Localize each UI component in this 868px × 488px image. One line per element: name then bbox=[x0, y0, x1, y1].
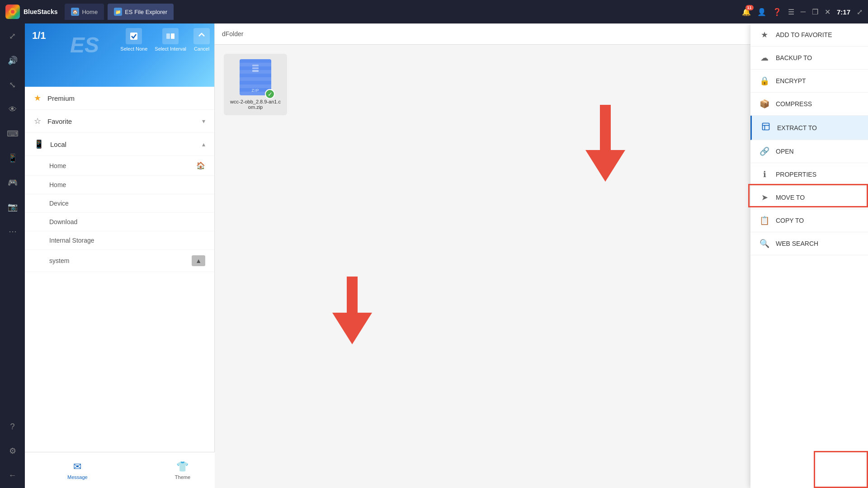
ctx-compress[interactable]: 📦 COMPRESS bbox=[750, 93, 868, 116]
es-logo: ES bbox=[70, 33, 99, 57]
svg-rect-4 bbox=[166, 33, 170, 39]
notification-bell[interactable]: 🔔 11 bbox=[742, 8, 751, 16]
gear-icon[interactable]: ⚙ bbox=[5, 443, 21, 459]
svg-rect-3 bbox=[130, 33, 137, 40]
phone-icon[interactable]: 📱 bbox=[5, 150, 21, 166]
expand-icon[interactable]: ⤢ bbox=[5, 28, 21, 44]
sidebar-item-premium[interactable]: ★ Premium bbox=[25, 87, 214, 110]
expand-icon[interactable]: ⤢ bbox=[857, 8, 863, 16]
ctx-compress-label: COMPRESS bbox=[776, 100, 812, 108]
ctx-move-icon: ➤ bbox=[760, 192, 769, 202]
ctx-open[interactable]: 🔗 OPEN bbox=[750, 140, 868, 163]
select-none-label: Select None bbox=[120, 46, 147, 52]
sidebar-subitem-system[interactable]: system ▲ bbox=[25, 250, 214, 272]
ctx-copy-to[interactable]: 📋 COPY TO bbox=[750, 209, 868, 232]
scroll-up-button[interactable]: ▲ bbox=[192, 255, 205, 266]
ctx-extract-icon bbox=[761, 122, 771, 133]
cancel-label: Cancel bbox=[194, 46, 209, 52]
check-badge: ✓ bbox=[265, 89, 275, 99]
ctx-backup[interactable]: ☁ BACKUP TO bbox=[750, 47, 868, 70]
top-bar-right: 🔔 11 👤 ❓ ☰ ─ ❐ ✕ 7:17 ⤢ bbox=[742, 8, 863, 16]
svg-rect-10 bbox=[763, 123, 769, 130]
context-menu: ★ ADD TO FAVORITE ☁ BACKUP TO 🔒 ENCRYPT … bbox=[750, 23, 868, 488]
sidebar-item-favorite[interactable]: ☆ Favorite ▾ bbox=[25, 110, 214, 133]
tab-home[interactable]: 🏠 Home bbox=[65, 4, 104, 20]
sidebar-item-local[interactable]: 📱 Local ▴ bbox=[25, 133, 214, 156]
zip-file-icon: ZIP ✓ bbox=[240, 59, 271, 95]
selection-count: 1/1 bbox=[32, 30, 46, 42]
minimize-button[interactable]: ─ bbox=[801, 8, 806, 16]
tab-es-file-explorer[interactable]: 📁 ES File Explorer bbox=[108, 4, 174, 20]
ctx-open-icon: 🔗 bbox=[760, 146, 769, 156]
ctx-copy-label: COPY TO bbox=[776, 217, 804, 224]
ctx-backup-icon: ☁ bbox=[760, 53, 769, 63]
zip-label-text: ZIP bbox=[251, 88, 259, 93]
home1-label: Home bbox=[49, 162, 66, 169]
sidebar-subitem-device[interactable]: Device bbox=[25, 194, 214, 213]
app-window: ES 1/1 Select None bbox=[25, 23, 868, 488]
ctx-add-favorite-label: ADD TO FAVORITE bbox=[776, 31, 832, 38]
svg-rect-5 bbox=[171, 33, 175, 39]
current-path: dFolder bbox=[222, 30, 243, 38]
sidebar-subitem-home1[interactable]: Home 🏠 bbox=[25, 156, 214, 176]
system-label: system bbox=[49, 257, 69, 264]
ctx-move-to[interactable]: ➤ MOVE TO bbox=[750, 186, 868, 209]
message-label: Message bbox=[67, 474, 88, 480]
sidebar-subitem-download[interactable]: Download bbox=[25, 213, 214, 231]
resize-icon[interactable]: ⤡ bbox=[5, 77, 21, 93]
restore-button[interactable]: ❐ bbox=[812, 8, 818, 16]
download-label: Download bbox=[49, 218, 77, 225]
favorite-arrow: ▾ bbox=[202, 117, 205, 125]
ctx-extract-to[interactable]: EXTRACT TO bbox=[750, 116, 868, 140]
header-actions: Select None Select Interval bbox=[120, 28, 210, 52]
menu-icon[interactable]: ☰ bbox=[788, 8, 794, 16]
svg-rect-9 bbox=[252, 70, 259, 72]
ctx-encrypt-label: ENCRYPT bbox=[776, 77, 806, 84]
ctx-web-search[interactable]: 🔍 WEB SEARCH bbox=[750, 232, 868, 255]
volume-icon[interactable]: 🔊 bbox=[5, 52, 21, 69]
ctx-add-favorite[interactable]: ★ ADD TO FAVORITE bbox=[750, 23, 868, 47]
svg-rect-7 bbox=[252, 65, 259, 66]
cancel-button[interactable]: Cancel bbox=[193, 28, 210, 52]
select-interval-button[interactable]: Select Interval bbox=[155, 28, 186, 52]
back-icon[interactable]: ← bbox=[5, 467, 21, 483]
theme-label: Theme bbox=[175, 474, 190, 480]
ctx-move-label: MOVE TO bbox=[776, 194, 805, 201]
device-label: Device bbox=[49, 200, 69, 207]
cancel-icon bbox=[193, 28, 210, 44]
keyboard-icon[interactable]: ⌨ bbox=[5, 126, 21, 142]
eye-icon[interactable]: 👁 bbox=[5, 101, 21, 117]
favorite-icon: ☆ bbox=[34, 116, 41, 126]
file-item-zip[interactable]: ZIP ✓ wcc-2-obb_2.8.9-an1.com.zip bbox=[224, 54, 287, 115]
gamepad-icon[interactable]: 🎮 bbox=[5, 174, 21, 191]
sidebar-subitem-internal-storage[interactable]: Internal Storage bbox=[25, 231, 214, 250]
svg-point-2 bbox=[11, 10, 14, 14]
help-icon[interactable]: ❓ bbox=[773, 8, 782, 16]
es-header: ES 1/1 Select None bbox=[25, 23, 214, 87]
local-icon: 📱 bbox=[34, 139, 44, 149]
select-interval-icon bbox=[162, 28, 179, 44]
toolbar-message[interactable]: ✉ Message bbox=[25, 457, 130, 483]
ctx-search-icon: 🔍 bbox=[760, 239, 769, 249]
camera-icon[interactable]: 📷 bbox=[5, 199, 21, 215]
ctx-backup-label: BACKUP TO bbox=[776, 54, 812, 61]
close-button[interactable]: ✕ bbox=[825, 8, 830, 16]
more-dots-icon[interactable]: ⋯ bbox=[5, 223, 21, 239]
ctx-encrypt[interactable]: 🔒 ENCRYPT bbox=[750, 70, 868, 93]
user-icon[interactable]: 👤 bbox=[757, 8, 766, 16]
home-icon: 🏠 bbox=[196, 161, 205, 170]
select-none-icon bbox=[126, 28, 142, 44]
favorite-label: Favorite bbox=[47, 117, 72, 125]
ctx-properties[interactable]: ℹ PROPERTIES bbox=[750, 163, 868, 186]
tab-es-label: ES File Explorer bbox=[125, 9, 167, 15]
file-name: wcc-2-obb_2.8.9-an1.com.zip bbox=[229, 99, 282, 110]
question-icon[interactable]: ? bbox=[5, 418, 21, 435]
sidebar-subitem-home2[interactable]: Home bbox=[25, 176, 214, 194]
internal-storage-label: Internal Storage bbox=[49, 237, 94, 244]
main-area: ⤢ 🔊 ⤡ 👁 ⌨ 📱 🎮 📷 ⋯ ? ⚙ ← ES 1/1 bbox=[0, 23, 868, 488]
es-sidebar: ES 1/1 Select None bbox=[25, 23, 215, 488]
svg-rect-8 bbox=[252, 67, 259, 69]
local-label: Local bbox=[50, 141, 66, 148]
red-arrow-bottom bbox=[332, 277, 372, 344]
select-none-button[interactable]: Select None bbox=[120, 28, 147, 52]
